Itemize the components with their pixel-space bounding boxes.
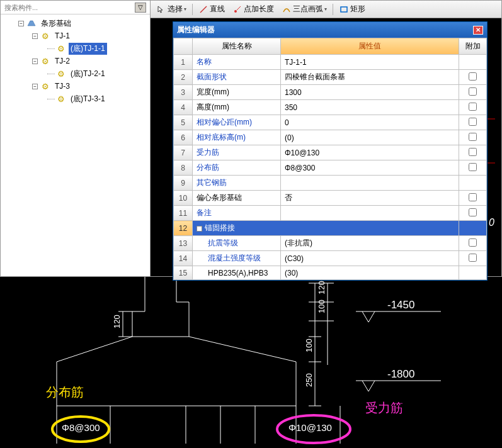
property-value[interactable]: (C30): [281, 251, 459, 266]
extra-checkbox[interactable]: [469, 254, 477, 262]
tree-node-tj3[interactable]: − ⚙ TJ-3: [1, 80, 150, 92]
property-name: 相对偏心距(mm): [193, 115, 281, 130]
table-row[interactable]: 6相对底标高(m)(0): [174, 130, 487, 145]
cad-section-view: 120 100 250 100 120 -1450 -1800 分布筋 受力筋 …: [0, 277, 502, 448]
svg-line-2: [237, 6, 241, 10]
extra-checkbox[interactable]: [469, 193, 477, 201]
tree-node-tj1[interactable]: − ⚙ TJ-1: [1, 30, 150, 42]
extra-checkbox[interactable]: [469, 87, 477, 96]
property-value[interactable]: [281, 176, 459, 191]
tree-leaf-tj2-1[interactable]: ⚙ (底)TJ-2-1: [1, 67, 150, 80]
table-row[interactable]: 7受力筋Φ10@130: [174, 145, 487, 160]
separator: [333, 4, 333, 15]
name-header: 属性名称: [193, 38, 281, 55]
property-name: 相对底标高(m): [193, 130, 281, 145]
line-button[interactable]: 直线: [195, 3, 228, 16]
gear-icon: ⚙: [40, 31, 50, 41]
table-row[interactable]: 2截面形状四棱锥台截面条基: [174, 70, 487, 85]
property-value[interactable]: 四棱锥台截面条基: [281, 70, 459, 85]
table-row[interactable]: 5相对偏心距(mm)0: [174, 115, 487, 130]
extra-checkbox-cell: [459, 145, 487, 160]
property-value[interactable]: 否: [281, 191, 459, 206]
extra-checkbox[interactable]: [469, 238, 477, 247]
property-value[interactable]: (30): [281, 266, 459, 280]
collapse-icon[interactable]: −: [32, 84, 38, 89]
separator: [192, 4, 193, 15]
property-value[interactable]: (非抗震): [281, 236, 459, 251]
property-value[interactable]: Φ8@300: [281, 160, 459, 176]
tree-node-label: TJ-3: [53, 81, 72, 91]
extra-checkbox[interactable]: [469, 133, 477, 141]
property-value[interactable]: [281, 206, 459, 221]
point-length-button[interactable]: 点加长度: [229, 3, 277, 16]
dialog-titlebar[interactable]: 属性编辑器 ✕: [173, 22, 487, 38]
extra-checkbox[interactable]: [469, 118, 477, 126]
arc-icon: [282, 4, 292, 14]
property-value[interactable]: (0): [281, 130, 459, 145]
extra-checkbox[interactable]: [469, 163, 477, 171]
row-number: 7: [174, 145, 193, 160]
point-len-icon: [232, 4, 242, 14]
extra-checkbox[interactable]: [469, 208, 477, 216]
table-row[interactable]: 12−锚固搭接: [174, 221, 487, 236]
row-number: 4: [174, 100, 193, 115]
table-row[interactable]: 9其它钢筋: [174, 176, 487, 191]
select-button[interactable]: 选择 ▾: [153, 3, 190, 16]
table-row[interactable]: 4高度(mm)350: [174, 100, 487, 115]
table-row[interactable]: 10偏心条形基础否: [174, 191, 487, 206]
spec-10-130: Φ10@130: [288, 422, 332, 433]
property-name: 宽度(mm): [193, 85, 281, 100]
collapse-icon[interactable]: −: [32, 33, 38, 39]
extra-checkbox[interactable]: [469, 103, 477, 111]
table-row[interactable]: 1名称TJ-1-1: [174, 55, 487, 70]
three-point-arc-button[interactable]: 三点画弧 ▾: [278, 3, 330, 16]
chevron-down-icon: ▾: [184, 6, 186, 12]
table-row[interactable]: 14混凝土强度等级(C30): [174, 251, 487, 266]
extra-checkbox-cell: [459, 236, 487, 251]
table-row[interactable]: 8分布筋Φ8@300: [174, 160, 487, 176]
extra-checkbox-cell: [459, 100, 487, 115]
extra-checkbox-cell: [459, 176, 487, 191]
property-name: 混凝土强度等级: [193, 251, 281, 266]
extra-checkbox-cell: [459, 115, 487, 130]
tree-leaf-tj1-1[interactable]: ⚙ (底)TJ-1-1: [1, 42, 150, 55]
row-number: 13: [174, 236, 193, 251]
property-value[interactable]: 350: [281, 100, 459, 115]
collapse-icon[interactable]: −: [197, 226, 202, 232]
table-row[interactable]: 13抗震等级(非抗震): [174, 236, 487, 251]
property-name: 截面形状: [193, 70, 281, 85]
extra-checkbox[interactable]: [469, 72, 477, 81]
search-input[interactable]: [4, 4, 135, 11]
search-dropdown-btn[interactable]: ▽: [135, 3, 146, 13]
toolbar: 选择 ▾ 直线 点加长度 三点画弧 ▾: [151, 1, 501, 18]
table-row[interactable]: 11备注: [174, 206, 487, 221]
extra-header: 附加: [459, 38, 487, 55]
tree-leaf-tj3-1[interactable]: ⚙ (底)TJ-3-1: [1, 92, 150, 105]
property-value[interactable]: Φ10@130: [281, 145, 459, 160]
collapse-icon[interactable]: −: [18, 21, 24, 26]
collapse-icon[interactable]: −: [32, 59, 38, 64]
tree-leaf-label: (底)TJ-3-1: [69, 93, 107, 105]
row-number: 11: [174, 206, 193, 221]
tree-node-tj2[interactable]: − ⚙ TJ-2: [1, 55, 150, 67]
row-number: 8: [174, 160, 193, 176]
table-row[interactable]: 3宽度(mm)1300: [174, 85, 487, 100]
rect-button[interactable]: 矩形: [336, 3, 368, 16]
tree-root[interactable]: − 条形基础: [1, 17, 150, 30]
chevron-down-icon: ▾: [324, 6, 327, 12]
property-editor-dialog: 属性编辑器 ✕ 属性名称 属性值 附加 1名称TJ-1-12截面形状四棱锥台截面…: [173, 21, 488, 281]
extra-checkbox-cell: [459, 206, 487, 221]
svg-line-13: [57, 337, 132, 362]
property-name: 抗震等级: [193, 236, 281, 251]
property-value[interactable]: TJ-1-1: [281, 55, 459, 70]
row-number: 1: [174, 55, 193, 70]
gear-icon: ⚙: [56, 43, 66, 53]
elev-1450: -1450: [387, 299, 414, 311]
property-value[interactable]: 0: [281, 115, 459, 130]
property-value[interactable]: 1300: [281, 85, 459, 100]
svg-point-1: [234, 10, 237, 13]
extra-checkbox[interactable]: [469, 148, 477, 156]
gear-icon: ⚙: [40, 56, 50, 66]
close-icon[interactable]: ✕: [473, 26, 483, 35]
table-row[interactable]: 15HPB235(A),HPB3(30): [174, 266, 487, 280]
